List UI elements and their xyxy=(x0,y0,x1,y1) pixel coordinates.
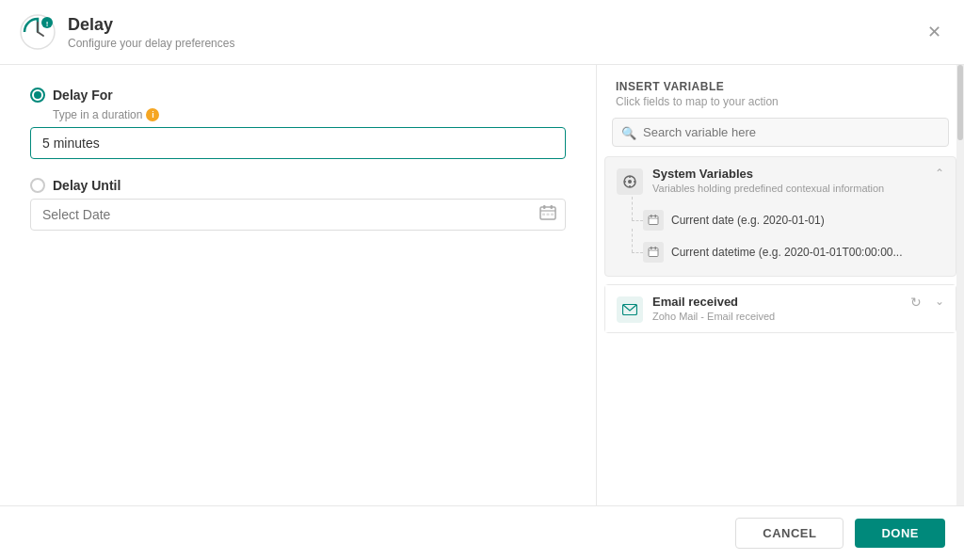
list-item[interactable]: Current date (e.g. 2020-01-01) xyxy=(617,204,944,236)
system-variables-info: System Variables Variables holding prede… xyxy=(652,167,927,194)
modal-dialog: ! Delay Configure your delay preferences… xyxy=(0,0,964,560)
svg-rect-22 xyxy=(649,248,658,257)
insert-variable-title: INSERT VARIABLE xyxy=(616,80,945,93)
delay-for-group: Delay For Type in a duration i xyxy=(30,88,566,159)
current-datetime-label: Current datetime (e.g. 2020-01-01T00:00:… xyxy=(671,246,902,259)
svg-rect-25 xyxy=(655,247,657,249)
date-input[interactable] xyxy=(30,199,566,231)
close-button[interactable]: ✕ xyxy=(924,20,945,44)
duration-field-label: Type in a duration i xyxy=(53,108,566,121)
email-section-info: Email received Zoho Mail - Email receive… xyxy=(652,295,910,322)
header-text: Delay Configure your delay preferences xyxy=(68,15,234,50)
email-icon xyxy=(617,296,643,323)
datetime-var-icon xyxy=(643,242,664,263)
svg-text:!: ! xyxy=(46,20,49,28)
date-var-icon xyxy=(643,210,664,231)
variables-list: System Variables Variables holding prede… xyxy=(597,156,964,505)
delay-until-text: Delay Until xyxy=(53,178,120,193)
search-icon: 🔍 xyxy=(621,125,636,139)
svg-rect-11 xyxy=(551,214,554,216)
scrollbar-track[interactable] xyxy=(956,65,964,505)
left-panel: Delay For Type in a duration i Delay Unt… xyxy=(0,65,597,505)
search-box: 🔍 xyxy=(612,118,949,147)
dialog-subtitle: Configure your delay preferences xyxy=(68,37,234,50)
info-icon: i xyxy=(146,108,159,121)
svg-rect-21 xyxy=(655,215,657,217)
search-input[interactable] xyxy=(612,118,949,147)
insert-variable-subtitle: Click fields to map to your action xyxy=(616,95,945,108)
scrollbar-thumb[interactable] xyxy=(957,65,963,140)
modal-header: ! Delay Configure your delay preferences… xyxy=(0,0,964,65)
collapse-icon[interactable]: ⌃ xyxy=(935,167,944,180)
svg-rect-18 xyxy=(649,216,658,225)
svg-point-13 xyxy=(628,180,632,184)
system-variables-header[interactable]: System Variables Variables holding prede… xyxy=(605,157,956,204)
delay-for-radio[interactable] xyxy=(30,88,45,103)
system-variables-section: System Variables Variables holding prede… xyxy=(604,156,956,277)
done-button[interactable]: DONE xyxy=(855,519,945,548)
right-panel: INSERT VARIABLE Click fields to map to y… xyxy=(597,65,964,505)
date-input-wrapper xyxy=(30,199,566,231)
email-section-desc: Zoho Mail - Email received xyxy=(652,311,910,322)
delay-icon: ! xyxy=(19,13,56,51)
cancel-button[interactable]: CANCEL xyxy=(735,518,844,549)
duration-input-wrapper xyxy=(30,127,566,159)
svg-rect-24 xyxy=(651,247,652,249)
delay-for-text: Delay For xyxy=(53,88,113,103)
expand-icon[interactable]: ⌄ xyxy=(935,295,944,308)
system-variables-name: System Variables xyxy=(652,167,927,181)
email-section-name: Email received xyxy=(652,295,910,309)
calendar-icon xyxy=(539,205,556,224)
current-date-label: Current date (e.g. 2020-01-01) xyxy=(671,214,825,227)
refresh-icon[interactable]: ↻ xyxy=(910,295,922,310)
svg-rect-20 xyxy=(651,215,652,217)
right-panel-header: INSERT VARIABLE Click fields to map to y… xyxy=(597,65,964,118)
delay-for-label[interactable]: Delay For xyxy=(30,88,566,103)
system-variables-items: Current date (e.g. 2020-01-01) xyxy=(605,204,956,276)
dialog-title: Delay xyxy=(68,15,234,35)
list-item[interactable]: Current datetime (e.g. 2020-01-01T00:00:… xyxy=(617,236,944,268)
system-variables-icon xyxy=(617,168,643,195)
delay-until-group: Delay Until xyxy=(30,178,566,231)
svg-rect-9 xyxy=(542,214,545,216)
svg-rect-7 xyxy=(543,205,546,209)
svg-rect-10 xyxy=(547,214,550,216)
modal-body: Delay For Type in a duration i Delay Unt… xyxy=(0,65,964,505)
email-section: Email received Zoho Mail - Email receive… xyxy=(604,284,956,333)
email-section-header[interactable]: Email received Zoho Mail - Email receive… xyxy=(605,285,956,332)
delay-until-radio[interactable] xyxy=(30,178,45,193)
duration-input[interactable] xyxy=(30,127,566,159)
delay-until-label[interactable]: Delay Until xyxy=(30,178,566,193)
system-variables-desc: Variables holding predefined contexual i… xyxy=(652,183,927,194)
modal-footer: CANCEL DONE xyxy=(0,505,964,560)
svg-rect-8 xyxy=(551,205,554,209)
